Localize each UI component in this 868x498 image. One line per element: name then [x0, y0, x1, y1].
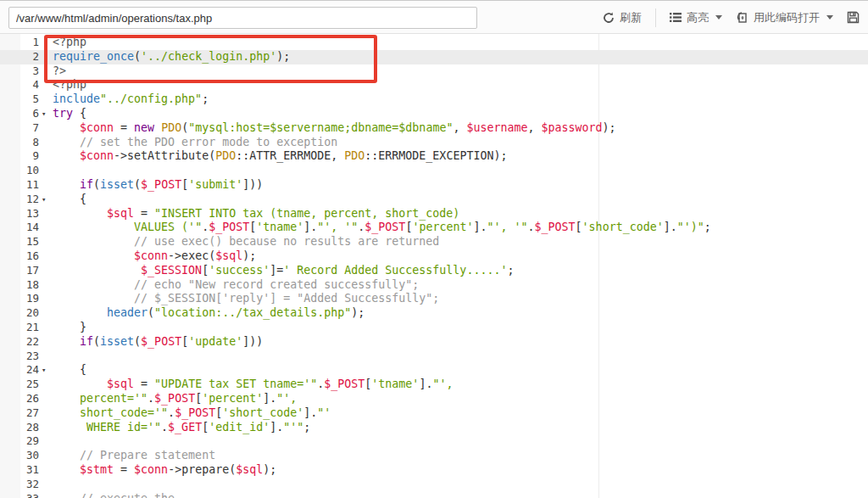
code-line[interactable]: 8 // set the PDO error mode to exception [0, 136, 868, 150]
code-line[interactable]: 28 WHERE id='".$_GET['edit_id']."'"; [0, 421, 868, 435]
code-line[interactable]: 2require_once('../check_login.php'); [0, 50, 868, 64]
code-line[interactable]: 23 [0, 350, 868, 364]
open-with-encoding-button[interactable]: 用此编码打开 [736, 10, 833, 25]
code-line[interactable]: 1<?php [0, 36, 868, 50]
code-line[interactable]: 18 // echo "New record created successfu… [0, 278, 868, 293]
fold-gutter [39, 235, 53, 249]
code-text: try { [53, 107, 86, 121]
line-number: 28 [0, 421, 39, 435]
fold-gutter [39, 350, 53, 364]
fold-arrow-icon[interactable]: ▾ [39, 107, 53, 121]
list-icon [670, 12, 682, 23]
code-line[interactable]: 9 $conn->setAttribute(PDO::ATTR_ERRMODE,… [0, 149, 868, 164]
fold-gutter [39, 278, 53, 293]
line-number: 13 [0, 207, 39, 221]
code-line[interactable]: 27 short_code='".$_POST['short_code']."' [0, 406, 868, 421]
code-line[interactable]: 20 header("location:../tax_details.php")… [0, 306, 868, 321]
code-text: // echo "New record created successfully… [53, 278, 419, 293]
code-line[interactable]: 32 [0, 478, 868, 492]
code-line[interactable]: 14 VALUES ('".$_POST['tname']."', '".$_P… [0, 221, 868, 235]
code-text: { [53, 193, 86, 207]
fold-gutter [39, 492, 53, 498]
code-line[interactable]: 3?> [0, 64, 868, 79]
code-line[interactable]: 12▾ { [0, 193, 868, 207]
file-path-input[interactable] [8, 7, 477, 29]
line-number: 2 [0, 50, 39, 64]
line-number: 30 [0, 449, 39, 463]
code-text: // set the PDO error mode to exception [53, 136, 337, 150]
code-line[interactable]: 19 // $_SESSION['reply'] = "Added Succes… [0, 292, 868, 306]
code-line[interactable]: 11 if(isset($_POST['submit'])) [0, 178, 868, 193]
code-text: $stmt = $conn->prepare($sql); [53, 463, 276, 478]
refresh-button[interactable]: 刷新 [603, 10, 642, 25]
line-number: 20 [0, 306, 39, 321]
code-editor[interactable]: 1<?php2require_once('../check_login.php'… [0, 34, 868, 498]
line-number: 33 [0, 492, 39, 498]
line-number: 26 [0, 392, 39, 406]
refresh-label: 刷新 [620, 10, 642, 25]
fold-gutter [39, 207, 53, 221]
fold-gutter [39, 421, 53, 435]
fold-gutter [39, 249, 53, 264]
code-line[interactable]: 5include"../config.php"; [0, 92, 868, 107]
code-line[interactable]: 26 percent='".$_POST['percent']."', [0, 392, 868, 406]
code-line[interactable]: 4<?php [0, 78, 868, 92]
fold-gutter [39, 92, 53, 107]
toolbar-actions: 刷新 高亮 [603, 1, 860, 34]
code-line[interactable]: 21 } [0, 321, 868, 335]
code-line[interactable]: 30 // Prepare statement [0, 449, 868, 463]
line-number: 16 [0, 249, 39, 264]
line-number: 9 [0, 149, 39, 164]
code-line[interactable]: 13 $sql = "INSERT INTO tax (tname, perce… [0, 207, 868, 221]
fold-gutter [39, 478, 53, 492]
encoding-reload-icon [736, 11, 748, 24]
code-lines[interactable]: 1<?php2require_once('../check_login.php'… [0, 34, 868, 498]
line-number: 4 [0, 78, 39, 92]
code-line[interactable]: 10 [0, 164, 868, 178]
code-text: $sql = "INSERT INTO tax (tname, percent,… [53, 207, 459, 221]
code-text: // execute the [53, 492, 175, 498]
code-text: require_once('../check_login.php'); [53, 50, 290, 64]
fold-gutter [39, 178, 53, 193]
fold-gutter [39, 392, 53, 406]
code-line[interactable]: 15 // use exec() because no results are … [0, 235, 868, 249]
code-text: WHERE id='".$_GET['edit_id']."'"; [53, 421, 310, 435]
fold-gutter [39, 463, 53, 478]
code-line[interactable]: 29 [0, 434, 868, 449]
code-text: include"../config.php"; [53, 92, 209, 107]
code-text: VALUES ('".$_POST['tname']."', '".$_POST… [53, 221, 711, 235]
code-line[interactable]: 31 $stmt = $conn->prepare($sql); [0, 463, 868, 478]
code-text: $conn->setAttribute(PDO::ATTR_ERRMODE, P… [53, 149, 507, 164]
code-line[interactable]: 7 $conn = new PDO("mysql:host=$servernam… [0, 121, 868, 136]
fold-arrow-icon[interactable]: ▾ [39, 193, 53, 207]
fold-arrow-icon[interactable]: ▾ [39, 363, 53, 378]
code-text: percent='".$_POST['percent']."', [53, 392, 297, 406]
line-number: 21 [0, 321, 39, 335]
line-number: 18 [0, 278, 39, 293]
line-number: 1 [0, 36, 39, 50]
fold-gutter [39, 406, 53, 421]
line-number: 7 [0, 121, 39, 136]
line-number: 15 [0, 235, 39, 249]
refresh-icon [603, 12, 615, 24]
code-line[interactable]: 33 // execute the [0, 492, 868, 498]
code-line[interactable]: 16 $conn->exec($sql); [0, 249, 868, 264]
line-number: 3 [0, 64, 39, 79]
save-button[interactable] [847, 11, 860, 24]
code-line[interactable]: 25 $sql = "UPDATE tax SET tname='".$_POS… [0, 378, 868, 392]
code-line[interactable]: 22 if(isset($_POST['update'])) [0, 335, 868, 350]
highlight-button[interactable]: 高亮 [670, 10, 722, 25]
code-line[interactable]: 17 $_SESSION['success']=' Record Added S… [0, 264, 868, 278]
fold-gutter [39, 292, 53, 306]
line-number: 25 [0, 378, 39, 392]
line-number: 31 [0, 463, 39, 478]
code-text: $sql = "UPDATE tax SET tname='".$_POST['… [53, 378, 453, 392]
code-text: // Prepare statement [53, 449, 215, 463]
line-number: 5 [0, 92, 39, 107]
code-line[interactable]: 24▾ { [0, 363, 868, 378]
line-number: 14 [0, 221, 39, 235]
fold-gutter [39, 434, 53, 449]
code-line[interactable]: 6▾try { [0, 107, 868, 121]
fold-gutter [39, 306, 53, 321]
fold-gutter [39, 449, 53, 463]
